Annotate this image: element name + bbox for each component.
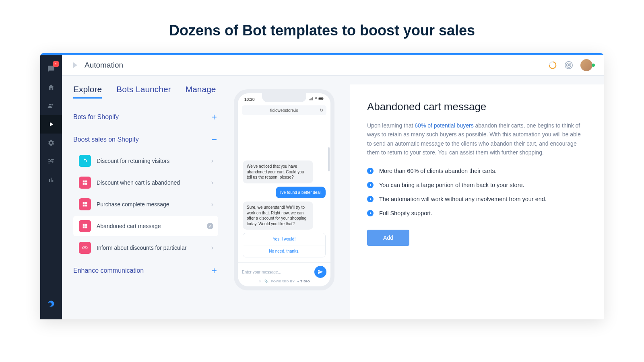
svg-rect-11 <box>83 202 85 204</box>
gift-icon <box>79 220 91 232</box>
header-play-icon <box>73 62 77 68</box>
svg-rect-9 <box>83 183 85 185</box>
chat-badge: 1 <box>53 61 59 67</box>
bot-label: Discount when cart is abandoned <box>97 179 207 186</box>
chevron-right-icon: › <box>211 244 213 251</box>
sidebar-item-chat[interactable]: 1 <box>40 60 62 78</box>
sidebar: 1 <box>40 55 62 319</box>
tab-manage[interactable]: Manage <box>186 84 216 99</box>
phone-status-icons <box>310 97 324 102</box>
svg-rect-13 <box>83 205 85 207</box>
phone-preview: 10:30 tidiowebstore.io ↻ <box>234 89 334 290</box>
bot-item-inform-discounts[interactable]: Inform about discounts for particular › <box>73 238 218 258</box>
scrollbar[interactable] <box>328 147 330 171</box>
svg-rect-18 <box>85 226 87 228</box>
sidebar-logo[interactable] <box>40 294 62 313</box>
bot-label: Purchase complete message <box>97 201 207 208</box>
svg-rect-7 <box>83 181 85 183</box>
bot-label: Discount for returning visitors <box>97 158 207 164</box>
users-icon <box>47 102 55 109</box>
bot-label: Abandoned cart message <box>97 223 204 229</box>
bot-item-returning-discount[interactable]: Discount for returning visitors › <box>73 151 218 171</box>
chat-message-bot: Sure, we understand! We'll try to work o… <box>243 202 313 230</box>
quick-reply-no[interactable]: No need, thanks. <box>243 245 325 257</box>
phone-address-bar: tidiowebstore.io ↻ <box>242 105 326 115</box>
category-label: Boost sales on Shopify <box>73 136 139 143</box>
gear-icon <box>47 139 55 146</box>
chevron-right-icon: › <box>211 157 213 165</box>
sidebar-item-automation[interactable] <box>40 115 62 134</box>
bullet-icon <box>367 196 374 202</box>
chart-icon <box>47 176 55 183</box>
bullet-icon <box>367 182 374 188</box>
category-bots-shopify[interactable]: Bots for Shopify + <box>73 106 218 128</box>
gift-icon <box>79 177 91 189</box>
link-icon <box>79 242 91 254</box>
broadcast-icon[interactable] <box>564 61 573 70</box>
category-enhance-communication[interactable]: Enhance communication + <box>73 259 218 282</box>
svg-rect-8 <box>85 181 87 183</box>
svg-rect-21 <box>312 98 312 101</box>
quick-reply-group: Yes, I would! No need, thanks. <box>243 233 326 257</box>
chat-input[interactable]: Enter your message... <box>242 270 311 274</box>
sidebar-item-home[interactable] <box>40 78 62 97</box>
detail-panel: Abandoned cart message Upon learning tha… <box>350 84 604 319</box>
sidebar-item-analytics[interactable] <box>40 171 62 189</box>
gift-icon <box>79 198 91 210</box>
svg-rect-20 <box>310 99 311 100</box>
chat-message-user: I've found a better deal. <box>276 187 326 199</box>
quick-reply-yes[interactable]: Yes, I would! <box>243 233 325 245</box>
powered-by-text: POWERED BY <box>271 280 295 283</box>
add-button[interactable]: Add <box>367 230 409 246</box>
chat-message-bot: We've noticed that you have abandoned yo… <box>243 160 313 183</box>
svg-rect-14 <box>85 205 87 207</box>
status-dot-online <box>592 64 595 67</box>
play-icon <box>47 121 55 128</box>
header: Automation <box>62 55 604 76</box>
send-button[interactable] <box>314 266 326 278</box>
svg-rect-22 <box>312 97 313 100</box>
left-column: Explore Bots Launcher Manage Bots for Sh… <box>73 84 218 319</box>
bullet-item: More than 60% of clients abandon their c… <box>367 167 587 175</box>
phone-time: 10:30 <box>244 97 255 102</box>
sidebar-item-sliders[interactable] <box>40 152 62 171</box>
refresh-icon: ↻ <box>320 108 323 113</box>
svg-rect-15 <box>83 224 85 226</box>
svg-rect-17 <box>83 226 85 228</box>
svg-point-4 <box>568 64 570 66</box>
user-avatar[interactable] <box>580 59 592 71</box>
sidebar-item-users[interactable] <box>40 97 62 115</box>
bot-item-abandoned-message[interactable]: Abandoned cart message <box>73 216 218 236</box>
highlight-text: 60% of potential buyers <box>415 122 473 129</box>
phone-notch <box>262 93 306 102</box>
tabs: Explore Bots Launcher Manage <box>73 84 218 99</box>
emoji-icon[interactable]: ☺ <box>258 280 262 283</box>
category-boost-sales[interactable]: Boost sales on Shopify − <box>73 128 218 151</box>
send-icon <box>318 269 323 275</box>
svg-rect-19 <box>310 99 310 100</box>
category-label: Bots for Shopify <box>73 113 119 121</box>
check-badge-icon <box>207 223 213 229</box>
sidebar-item-settings[interactable] <box>40 134 62 152</box>
bot-item-purchase-complete[interactable]: Purchase complete message › <box>73 194 218 214</box>
bullet-item: Full Shopify support. <box>367 209 587 218</box>
app-frame: 1 <box>40 53 604 319</box>
bot-item-abandoned-discount[interactable]: Discount when cart is abandoned › <box>73 173 218 193</box>
bullet-icon <box>367 210 374 216</box>
attachment-icon[interactable]: 📎 <box>264 280 269 283</box>
bullet-icon <box>367 168 374 174</box>
svg-point-1 <box>48 302 52 306</box>
chevron-right-icon: › <box>211 179 213 186</box>
chevron-right-icon: › <box>211 201 213 208</box>
bot-label: Inform about discounts for particular <box>97 245 207 251</box>
header-title: Automation <box>85 61 123 70</box>
brand-logo-icon <box>47 300 55 307</box>
tab-bots-launcher[interactable]: Bots Launcher <box>116 84 171 99</box>
svg-rect-10 <box>85 183 87 185</box>
bullet-item: The automation will work without any inv… <box>367 195 587 204</box>
svg-rect-16 <box>85 224 87 226</box>
refresh-icon <box>79 155 91 167</box>
progress-ring-icon[interactable] <box>548 61 557 70</box>
detail-description: Upon learning that 60% of potential buye… <box>367 121 587 157</box>
tab-explore[interactable]: Explore <box>73 84 102 99</box>
